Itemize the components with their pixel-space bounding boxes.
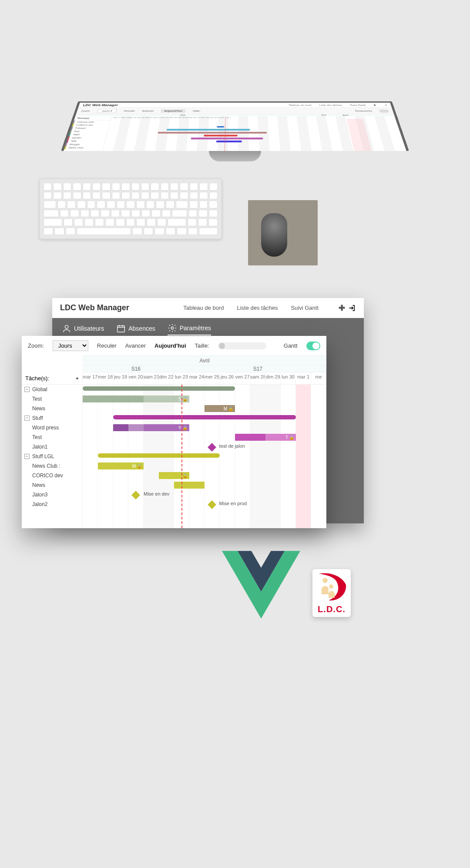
subnav-absences[interactable]: Absences <box>116 323 155 335</box>
monitor-mockup: LDC Web Manager Tableau de bord Liste de… <box>61 74 409 161</box>
bar-global-summary[interactable] <box>83 386 235 391</box>
subnav-users[interactable]: Utilisateurs <box>62 323 104 335</box>
tasks-header: Tâche(s): <box>25 375 49 382</box>
vue-logo <box>222 551 300 620</box>
day-header: mar 24 <box>189 372 205 384</box>
day-header: mer 25 <box>205 372 220 384</box>
svg-point-6 <box>329 584 333 589</box>
day-header: dim 22 <box>159 372 174 384</box>
subnav-settings[interactable]: Paramètres <box>168 323 211 335</box>
nav-tasks[interactable]: Liste des tâches <box>319 104 342 106</box>
bar-news2[interactable] <box>174 482 205 489</box>
bar-test2-a[interactable] <box>235 434 265 441</box>
task-item[interactable]: News Club : <box>22 461 82 471</box>
plus-icon[interactable]: ✚ <box>338 304 346 312</box>
day-header: lun 23 <box>174 372 189 384</box>
day-header: mar 1 <box>296 372 311 384</box>
task-group[interactable]: −Stuff LGL <box>22 452 82 461</box>
keyboard-mockup <box>39 178 222 239</box>
zoom-select[interactable]: Jours <box>53 340 88 351</box>
size-label: Taille: <box>195 342 209 349</box>
task-item[interactable]: Word press <box>22 423 82 432</box>
today-button[interactable]: Aujourd'hui <box>161 109 185 113</box>
task-item[interactable]: News <box>22 404 82 413</box>
tab-tasks[interactable]: Liste des tâches <box>237 305 278 311</box>
tab-dashboard[interactable]: Tableau de bord <box>183 305 224 311</box>
task-group[interactable]: −Global <box>22 385 82 394</box>
logout-icon[interactable] <box>348 304 356 312</box>
app-title-monitor: LDC Web Manager <box>83 104 118 107</box>
bar-test2-b[interactable]: T 🔒 <box>265 434 296 441</box>
exit-icon[interactable]: ⇥ <box>384 104 387 106</box>
day-header: me <box>311 372 326 384</box>
back-button[interactable]: Reculer <box>97 342 117 349</box>
forward-button[interactable]: Avancer <box>142 110 154 112</box>
day-header: lun 30 <box>281 372 296 384</box>
resources-label: Ressources <box>355 110 372 112</box>
task-item[interactable]: Jalon1 <box>22 442 82 452</box>
task-item[interactable]: Test <box>22 394 82 404</box>
bar-test1-a[interactable] <box>83 395 144 402</box>
collapse-icon[interactable]: − <box>24 454 30 459</box>
ldc-logo-text: L.D.C. <box>318 604 346 614</box>
bar-wordpress-a[interactable] <box>113 424 128 431</box>
today-button[interactable]: Aujourd'hui <box>154 342 186 349</box>
svg-rect-1 <box>118 326 125 332</box>
day-header: dim 29 <box>265 372 281 384</box>
task-item[interactable]: Test <box>22 432 82 442</box>
bar-stuff-summary[interactable] <box>113 415 296 419</box>
day-header: ven 20 <box>128 372 144 384</box>
milestone-jalon2-label: Mise en prod <box>219 501 247 506</box>
bar-news1[interactable]: M 🔒 <box>205 405 235 412</box>
task-group[interactable]: −Stuff <box>22 413 82 423</box>
month-label: Avril <box>83 356 326 366</box>
svg-point-2 <box>171 327 174 329</box>
app-title: LDC Web Manager <box>60 303 129 312</box>
day-header: jeu 26 <box>220 372 235 384</box>
zoom-label: Zoom: <box>81 110 91 112</box>
milestone-jalon1-label: test de jalon <box>219 443 245 449</box>
back-button[interactable]: Reculer <box>124 110 135 112</box>
ldc-logo: L.D.C. <box>312 569 351 617</box>
week-s16: S16 <box>83 366 189 372</box>
task-item[interactable]: News <box>22 480 82 490</box>
task-item[interactable]: Jalon3 <box>22 490 82 499</box>
size-slider[interactable] <box>218 342 266 349</box>
svg-point-0 <box>65 325 68 328</box>
bar-stufflgl-summary[interactable] <box>98 453 220 458</box>
day-header: mar 17 <box>83 372 98 384</box>
svg-point-5 <box>322 578 328 583</box>
forward-button[interactable]: Avancer <box>125 342 146 349</box>
milestone-jalon3-label: Mise en dev <box>144 491 169 496</box>
bar-corico[interactable]: 🔒 <box>159 472 189 479</box>
add-task-button[interactable]: + <box>75 375 79 382</box>
collapse-icon[interactable]: − <box>24 416 30 421</box>
today-marker <box>181 385 182 528</box>
resources-toggle[interactable] <box>379 109 389 112</box>
week-s17: S17 <box>189 366 326 372</box>
gantt-toggle[interactable] <box>306 342 320 350</box>
plus-icon[interactable]: ✚ <box>373 104 376 106</box>
tab-gantt[interactable]: Suivi Gantt <box>291 305 319 311</box>
collapse-icon[interactable]: − <box>24 387 30 392</box>
gantt-label: Gantt <box>284 342 298 349</box>
bar-wordpress-b[interactable] <box>128 424 144 431</box>
day-header: ven 27 <box>235 372 250 384</box>
mouse-mockup <box>261 213 287 257</box>
gantt-panel: Zoom: Jours Reculer Avancer Aujourd'hui … <box>22 336 326 528</box>
day-header: jeu 19 <box>113 372 128 384</box>
zoom-label: Zoom: <box>28 342 44 349</box>
nav-gantt[interactable]: Suivi Gantt <box>350 104 366 106</box>
day-header: mer 18 <box>98 372 113 384</box>
tasks-header: Tâche(s): <box>74 116 111 121</box>
task-item[interactable]: Jalon2 <box>22 499 82 509</box>
size-label: Taille: <box>192 110 201 112</box>
task-item[interactable]: CORICO dev <box>22 471 82 480</box>
day-header: sam 28 <box>250 372 265 384</box>
day-header: sam 21 <box>144 372 159 384</box>
bar-newsclub[interactable]: M 🔒 <box>98 462 144 469</box>
nav-dashboard[interactable]: Tableau de bord <box>289 104 312 106</box>
zoom-select[interactable]: Jours ▾ <box>97 109 118 113</box>
